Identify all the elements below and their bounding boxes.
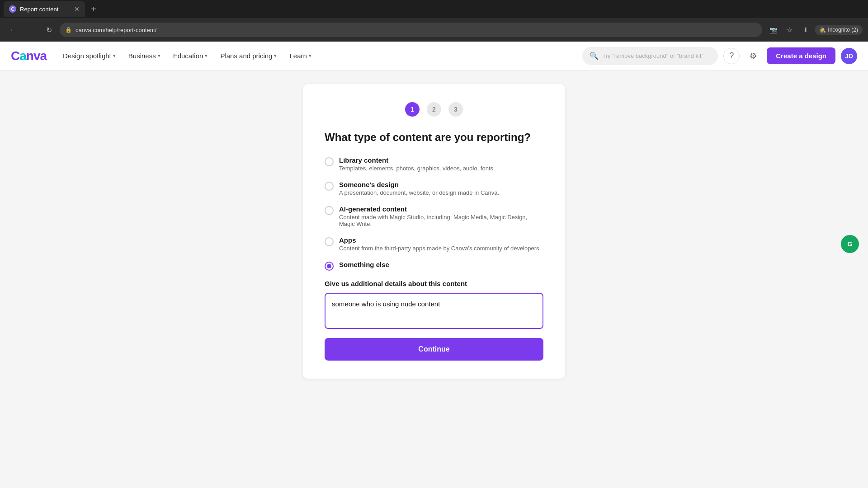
nav-plans-pricing-chevron: ▾ xyxy=(274,53,277,59)
radio-something-else-label: Something else xyxy=(339,261,389,268)
option-someones-design-desc: A presentation, document, website, or de… xyxy=(339,189,499,196)
canva-logo[interactable]: Canva xyxy=(11,49,47,63)
form-title: What type of content are you reporting? xyxy=(325,131,543,144)
option-apps-desc: Content from the third-party apps made b… xyxy=(339,245,539,252)
address-bar[interactable]: 🔒 canva.com/help/report-content/ xyxy=(60,23,762,37)
tab-favicon: C xyxy=(9,5,16,13)
incognito-badge: 🕵 Incognito (2) xyxy=(815,25,863,35)
option-apps-title: Apps xyxy=(339,236,539,244)
nav-plans-pricing-label: Plans and pricing xyxy=(220,52,272,60)
main-content: 1 2 3 What type of content are you repor… xyxy=(0,70,868,488)
browser-chrome: C Report content ✕ + ← → ↻ 🔒 canva.com/h… xyxy=(0,0,868,42)
option-something-else-title: Something else xyxy=(339,261,389,268)
camera-off-icon[interactable]: 📷 xyxy=(766,23,780,37)
radio-something-else[interactable] xyxy=(325,262,334,271)
browser-tabs: C Report content ✕ + xyxy=(0,0,868,18)
help-button[interactable]: ? xyxy=(723,48,740,64)
radio-ai-generated[interactable] xyxy=(325,206,334,215)
search-placeholder: Try "remove background" or "brand kit" xyxy=(602,52,703,59)
radio-apps-label: Apps Content from the third-party apps m… xyxy=(339,236,539,252)
browser-nav-bar: ← → ↻ 🔒 canva.com/help/report-content/ 📷… xyxy=(0,18,868,42)
option-ai-generated[interactable]: AI-generated content Content made with M… xyxy=(325,205,543,227)
bookmark-icon[interactable]: ☆ xyxy=(782,23,797,37)
option-apps[interactable]: Apps Content from the third-party apps m… xyxy=(325,236,543,252)
nav-business-label: Business xyxy=(128,52,156,60)
nav-design-spotlight-chevron: ▾ xyxy=(113,53,116,59)
step-3: 3 xyxy=(448,102,463,117)
settings-button[interactable]: ⚙ xyxy=(745,48,761,64)
active-tab[interactable]: C Report content ✕ xyxy=(4,1,85,17)
search-icon: 🔍 xyxy=(590,52,599,60)
continue-button[interactable]: Continue xyxy=(325,338,543,361)
nav-education[interactable]: Education ▾ xyxy=(168,48,213,63)
forward-button[interactable]: → xyxy=(24,23,38,37)
radio-someones-design[interactable] xyxy=(325,182,334,191)
nav-business-chevron: ▾ xyxy=(158,53,160,59)
option-ai-generated-desc: Content made with Magic Studio, includin… xyxy=(339,214,543,227)
lock-icon: 🔒 xyxy=(65,27,72,33)
incognito-icon: 🕵 xyxy=(819,27,826,33)
nav-education-chevron: ▾ xyxy=(205,53,208,59)
option-someones-design[interactable]: Someone's design A presentation, documen… xyxy=(325,181,543,196)
radio-apps[interactable] xyxy=(325,237,334,246)
grammarly-icon[interactable]: G xyxy=(841,235,859,253)
new-tab-button[interactable]: + xyxy=(87,2,100,16)
option-library[interactable]: Library content Templates, elements, pho… xyxy=(325,156,543,172)
report-form: 1 2 3 What type of content are you repor… xyxy=(303,84,565,379)
option-something-else[interactable]: Something else xyxy=(325,261,543,271)
reload-button[interactable]: ↻ xyxy=(42,23,56,37)
browser-nav-icons: 📷 ☆ ⬇ 🕵 Incognito (2) xyxy=(766,23,863,37)
radio-library[interactable] xyxy=(325,157,334,166)
nav-learn-chevron: ▾ xyxy=(309,53,311,59)
canva-navbar: Canva Design spotlight ▾ Business ▾ Educ… xyxy=(0,42,868,70)
option-ai-generated-title: AI-generated content xyxy=(339,205,543,213)
radio-ai-generated-label: AI-generated content Content made with M… xyxy=(339,205,543,227)
nav-learn-label: Learn xyxy=(289,52,307,60)
download-icon[interactable]: ⬇ xyxy=(798,23,813,37)
nav-design-spotlight-label: Design spotlight xyxy=(63,52,111,60)
nav-learn[interactable]: Learn ▾ xyxy=(284,48,316,63)
option-library-title: Library content xyxy=(339,156,495,164)
nav-menu: Design spotlight ▾ Business ▾ Education … xyxy=(57,48,582,63)
textarea-label: Give us additional details about this co… xyxy=(325,280,543,287)
tab-title: Report content xyxy=(20,6,58,13)
details-textarea[interactable] xyxy=(325,293,543,329)
nav-right: 🔍 Try "remove background" or "brand kit"… xyxy=(582,47,857,65)
option-someones-design-title: Someone's design xyxy=(339,181,499,188)
create-design-button[interactable]: Create a design xyxy=(767,47,835,64)
search-bar[interactable]: 🔍 Try "remove background" or "brand kit" xyxy=(582,47,718,65)
nav-plans-pricing[interactable]: Plans and pricing ▾ xyxy=(215,48,282,63)
radio-library-label: Library content Templates, elements, pho… xyxy=(339,156,495,172)
url-text: canva.com/help/report-content/ xyxy=(75,27,156,33)
step-indicators: 1 2 3 xyxy=(325,102,543,117)
step-1: 1 xyxy=(405,102,420,117)
nav-education-label: Education xyxy=(173,52,203,60)
incognito-label: Incognito (2) xyxy=(828,27,858,33)
nav-business[interactable]: Business ▾ xyxy=(123,48,166,63)
option-library-desc: Templates, elements, photos, graphics, v… xyxy=(339,165,495,172)
step-2: 2 xyxy=(427,102,441,117)
radio-someones-design-label: Someone's design A presentation, documen… xyxy=(339,181,499,196)
nav-design-spotlight[interactable]: Design spotlight ▾ xyxy=(57,48,121,63)
back-button[interactable]: ← xyxy=(5,23,20,37)
tab-close-button[interactable]: ✕ xyxy=(74,5,80,13)
avatar[interactable]: JD xyxy=(841,48,857,64)
